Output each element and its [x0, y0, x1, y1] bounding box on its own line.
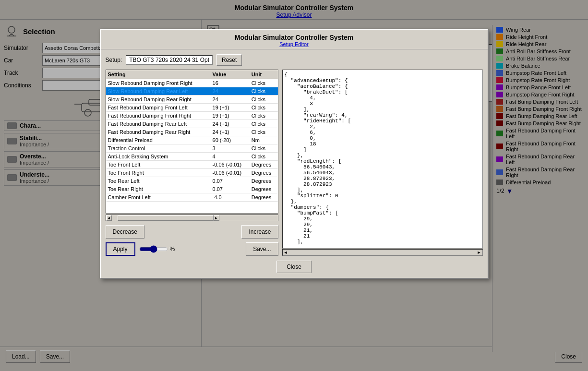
cell-setting: Differential Preload [106, 136, 211, 144]
decrease-button[interactable]: Decrease [106, 225, 144, 239]
table-row[interactable]: Toe Front Left-0.06 (-0.01)Degrees [106, 161, 278, 169]
setup-editor-modal: Modular Simulator Controller System Setu… [100, 29, 489, 279]
slider-container: % [139, 244, 175, 254]
cell-unit: Degrees [250, 169, 278, 177]
cell-value: 19 (+1) [211, 104, 250, 112]
cell-value: 0.07 [211, 177, 250, 185]
col-setting: Setting [106, 70, 211, 79]
cell-setting: Slow Rebound Damping Rear Left [106, 87, 211, 96]
cell-setting: Camber Front Left [106, 193, 211, 202]
decrease-increase-row: Decrease Increase [106, 225, 278, 239]
setup-value: TBO GT3 720s 2020 24 31 Opt [126, 55, 213, 65]
pct-label: % [170, 246, 175, 252]
cell-unit: Clicks [250, 79, 278, 87]
cell-value: 3 [211, 144, 250, 153]
cell-value: 24 [211, 96, 250, 104]
table-row[interactable]: Anti-Lock Braking System4Clicks [106, 153, 278, 161]
cell-setting: Fast Rebound Damping Rear Left [106, 120, 211, 128]
table-row[interactable]: Traction Control3Clicks [106, 144, 278, 153]
modal-subtitle-link[interactable]: Setup Editor [106, 41, 483, 47]
table-row[interactable]: Fast Rebound Damping Front Right19 (+1)C… [106, 112, 278, 120]
table-row[interactable]: Fast Rebound Damping Rear Left24 (+1)Cli… [106, 120, 278, 128]
table-row[interactable]: Slow Rebound Damping Front Right16Clicks [106, 79, 278, 87]
cell-unit: Clicks [250, 96, 278, 104]
cell-value: -0.06 (-0.01) [211, 161, 250, 169]
close-modal-button[interactable]: Close [276, 261, 312, 273]
cell-unit: Clicks [250, 87, 278, 96]
cell-unit: Degrees [250, 193, 278, 202]
modal-content-split: Setting Value Unit Slow Rebound Damping … [106, 70, 483, 256]
settings-table-container[interactable]: Setting Value Unit Slow Rebound Damping … [106, 70, 278, 214]
json-editor[interactable] [282, 70, 483, 249]
cell-unit: Nm [250, 136, 278, 144]
modal-body: Setup: TBO GT3 720s 2020 24 31 Opt Reset… [101, 49, 488, 278]
json-scroll-left[interactable]: ◄ [283, 250, 289, 255]
cell-setting: Anti-Lock Braking System [106, 153, 211, 161]
table-row[interactable]: Fast Rebound Damping Front Left19 (+1)Cl… [106, 104, 278, 112]
cell-unit: Clicks [250, 128, 278, 136]
cell-setting: Toe Front Right [106, 169, 211, 177]
save-setup-button[interactable]: Save... [246, 242, 278, 256]
table-row[interactable]: Differential Preload60 (-20)Nm [106, 136, 278, 144]
cell-unit: Clicks [250, 104, 278, 112]
cell-setting: Traction Control [106, 144, 211, 153]
cell-setting: Slow Rebound Damping Rear Right [106, 96, 211, 104]
col-unit: Unit [250, 70, 278, 79]
scroll-left-arrow[interactable]: ◄ [106, 215, 112, 221]
cell-unit: Degrees [250, 177, 278, 185]
cell-unit: Degrees [250, 161, 278, 169]
settings-section: Setting Value Unit Slow Rebound Damping … [106, 70, 278, 256]
modal-title: Modular Simulator Controller System [106, 34, 483, 41]
scroll-right-arrow[interactable]: ► [214, 215, 219, 221]
cell-value: 24 (+1) [211, 128, 250, 136]
cell-value: -4.0 [211, 193, 250, 202]
cell-setting: Toe Rear Right [106, 185, 211, 193]
table-row[interactable]: Fast Rebound Damping Rear Right24 (+1)Cl… [106, 128, 278, 136]
table-row[interactable]: Slow Rebound Damping Rear Left24Clicks [106, 87, 278, 96]
cell-unit: Clicks [250, 144, 278, 153]
table-row[interactable]: Toe Rear Left0.07Degrees [106, 177, 278, 185]
table-scrollbar[interactable]: ◄ ► [106, 215, 278, 221]
json-scroll-right[interactable]: ► [476, 250, 482, 255]
cell-unit: Degrees [250, 185, 278, 193]
modal-footer: Close [106, 261, 483, 273]
setup-name-row: Setup: TBO GT3 720s 2020 24 31 Opt Reset [106, 54, 483, 66]
cell-value: 60 (-20) [211, 136, 250, 144]
cell-value: 19 (+1) [211, 112, 250, 120]
percentage-slider[interactable] [139, 244, 168, 254]
settings-table: Setting Value Unit Slow Rebound Damping … [106, 70, 278, 202]
scroll-thumb[interactable] [118, 215, 214, 221]
table-row[interactable]: Toe Rear Right0.07Degrees [106, 185, 278, 193]
cell-setting: Toe Rear Left [106, 177, 211, 185]
cell-setting: Fast Rebound Damping Rear Right [106, 128, 211, 136]
apply-button[interactable]: Apply [106, 242, 135, 256]
cell-value: 16 [211, 79, 250, 87]
json-section: ◄ ► [282, 70, 483, 256]
table-row[interactable]: Slow Rebound Damping Rear Right24Clicks [106, 96, 278, 104]
cell-unit: Clicks [250, 112, 278, 120]
cell-setting: Slow Rebound Damping Front Right [106, 79, 211, 87]
reset-button[interactable]: Reset [216, 54, 242, 66]
cell-unit: Clicks [250, 153, 278, 161]
apply-save-row: Apply % Save... [106, 242, 278, 256]
cell-setting: Toe Front Left [106, 161, 211, 169]
cell-value: 4 [211, 153, 250, 161]
cell-value: 24 [211, 87, 250, 96]
cell-value: 0.07 [211, 185, 250, 193]
table-row[interactable]: Toe Front Right-0.06 (-0.01)Degrees [106, 169, 278, 177]
modal-overlay: Modular Simulator Controller System Setu… [0, 0, 588, 371]
json-hscrollbar[interactable]: ◄ ► [282, 249, 483, 256]
cell-value: 24 (+1) [211, 120, 250, 128]
cell-value: -0.06 (-0.01) [211, 169, 250, 177]
table-row[interactable]: Camber Front Left-4.0Degrees [106, 193, 278, 202]
cell-unit: Clicks [250, 120, 278, 128]
cell-setting: Fast Rebound Damping Front Right [106, 112, 211, 120]
cell-setting: Fast Rebound Damping Front Left [106, 104, 211, 112]
col-value: Value [211, 70, 250, 79]
increase-button[interactable]: Increase [241, 225, 278, 239]
setup-label: Setup: [106, 57, 122, 63]
